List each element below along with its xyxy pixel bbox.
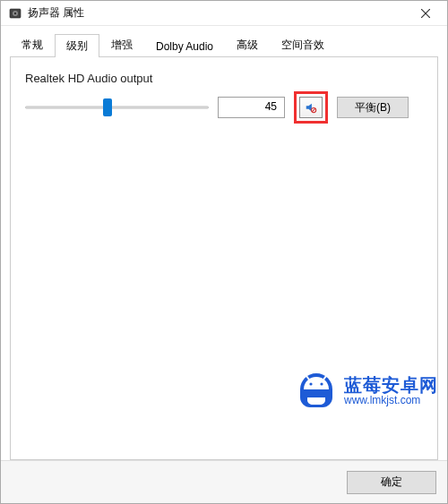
slider-track [25,107,209,109]
tab-levels[interactable]: 级别 [55,34,99,57]
window-title: 扬声器 属性 [28,5,406,21]
svg-line-6 [312,108,315,112]
tab-enhance[interactable]: 增强 [99,33,144,56]
close-button[interactable] [406,1,445,26]
watermark-text: 蓝莓安卓网 www.lmkjst.com [344,376,438,406]
ok-button[interactable]: 确定 [347,471,436,494]
watermark-badge-icon [296,371,337,412]
ok-button-label: 确定 [381,474,402,490]
svg-point-7 [309,382,312,385]
balance-button-label: 平衡(B) [355,100,391,115]
watermark: 蓝莓安卓网 www.lmkjst.com [296,371,438,412]
svg-point-2 [14,12,16,13]
speaker-muted-icon [305,101,317,114]
dialog-footer: 确定 [1,460,447,503]
mute-button[interactable] [299,97,323,118]
volume-slider[interactable] [25,97,209,118]
balance-button[interactable]: 平衡(B) [337,97,409,118]
watermark-en: www.lmkjst.com [344,395,420,406]
highlight-box [294,91,328,124]
level-row: 45 平衡(B) [25,94,423,121]
app-icon [8,6,22,21]
svg-point-8 [320,382,323,385]
close-icon [421,9,430,18]
client-area: 常规 级别 增强 Dolby Audio 高级 空间音效 Realtek HD … [1,26,447,460]
tab-strip: 常规 级别 增强 Dolby Audio 高级 空间音效 [10,33,438,56]
volume-value[interactable]: 45 [218,97,285,118]
output-device-label: Realtek HD Audio output [25,72,423,85]
tab-advanced[interactable]: 高级 [225,33,270,56]
dialog-window: 扬声器 属性 常规 级别 增强 Dolby Audio 高级 空间音效 Real… [0,0,448,504]
watermark-cn: 蓝莓安卓网 [344,376,438,395]
tab-general[interactable]: 常规 [10,33,55,56]
slider-thumb[interactable] [103,98,112,116]
tab-spatial[interactable]: 空间音效 [270,33,336,56]
titlebar: 扬声器 属性 [1,1,447,26]
tab-dolby[interactable]: Dolby Audio [144,36,225,56]
